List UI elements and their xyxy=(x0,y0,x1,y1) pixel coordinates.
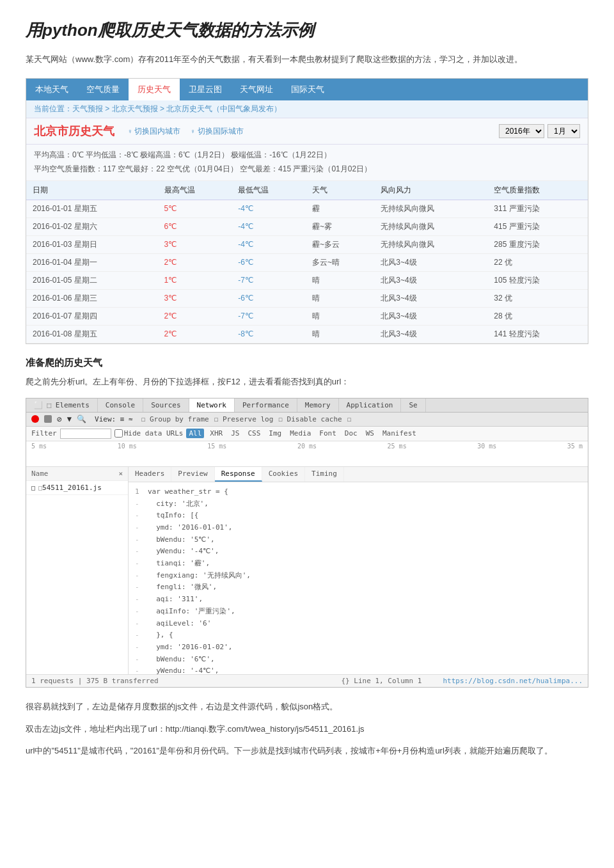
filter-icon[interactable]: ▼ xyxy=(67,414,72,423)
cell-weather: 晴 xyxy=(306,325,374,343)
dt-tab-application[interactable]: Application xyxy=(339,398,402,412)
cell-aqi: 105 轻度污染 xyxy=(487,271,588,289)
cell-aqi: 28 优 xyxy=(487,307,588,325)
nav-satellite[interactable]: 卫星云图 xyxy=(180,79,231,100)
cell-high: 2℃ xyxy=(158,325,232,343)
code-dash: - xyxy=(135,547,139,555)
dt-subtab-cookies[interactable]: Cookies xyxy=(262,467,305,482)
search-icon[interactable]: 🔍 xyxy=(77,414,86,423)
code-line: 1var weather_str = { xyxy=(135,486,581,498)
code-line: - ymd: '2016-01-01', xyxy=(135,522,581,534)
cell-weather: 晴 xyxy=(306,271,374,289)
filter-font[interactable]: Font xyxy=(317,429,339,438)
cell-date: 2016-01-04 星期一 xyxy=(26,253,158,271)
dt-tab-sources[interactable]: Sources xyxy=(143,398,189,412)
dt-subtab-response[interactable]: Response xyxy=(215,467,262,482)
code-dash: - xyxy=(135,643,139,651)
weather-nav: 本地天气 空气质量 历史天气 卫星云图 天气网址 国际天气 xyxy=(26,79,588,100)
code-content: yWendu: '-4℃', xyxy=(152,547,219,555)
page-title: 用python爬取历史天气数据的方法示例 xyxy=(26,19,588,42)
code-line: - aqi: '311', xyxy=(135,594,581,606)
view-toggle-icon[interactable]: View: ≡ ≈ xyxy=(91,414,136,424)
record-icon[interactable] xyxy=(31,415,39,423)
code-dash: - xyxy=(135,667,139,674)
filter-input[interactable] xyxy=(60,429,111,439)
code-line: - bWendu: '5℃', xyxy=(135,534,581,546)
weather-breadcrumb: 当前位置：天气预报 > 北京天气预报 > 北京历史天气（中国气象局发布） xyxy=(26,100,588,118)
dt-subtab-preview[interactable]: Preview xyxy=(171,467,214,482)
filter-ws[interactable]: WS xyxy=(363,429,377,438)
group-frame-label: ☐ Group by frame xyxy=(141,415,209,423)
devtools-file-list: Name × □ 54511_20161.js xyxy=(26,467,129,674)
weather-table-header-row: 日期 最高气温 最低气温 天气 风向风力 空气质量指数 xyxy=(26,181,588,200)
devtools-filter-bar: Filter Hide data URLs All XHR JS CSS Img… xyxy=(26,427,588,441)
nav-local-weather[interactable]: 本地天气 xyxy=(26,79,77,100)
cell-low: -6℃ xyxy=(232,289,306,307)
cell-aqi: 311 严重污染 xyxy=(487,200,588,217)
bottom-text-2: 双击左边js文件，地址栏内出现了url：http://tianqi.数字.com… xyxy=(26,722,588,738)
stop-icon[interactable] xyxy=(44,415,52,423)
cell-high: 2℃ xyxy=(158,307,232,325)
code-content: tqInfo: [{ xyxy=(152,511,199,519)
nav-weather-sites[interactable]: 天气网址 xyxy=(231,79,282,100)
cell-date: 2016-01-07 星期四 xyxy=(26,307,158,325)
cell-date: 2016-01-01 星期五 xyxy=(26,200,158,217)
devtools-code-view: Headers Preview Response Cookies Timing … xyxy=(129,467,588,674)
code-dash: - xyxy=(135,535,139,544)
dt-tab-console[interactable]: Console xyxy=(98,398,143,412)
code-dash: - xyxy=(135,500,139,508)
weather-table-row: 2016-01-07 星期四 2℃ -7℃ 晴 北风3~4级 28 优 xyxy=(26,307,588,325)
year-dropdown[interactable]: 2016年 xyxy=(499,124,544,138)
filter-all[interactable]: All xyxy=(186,429,204,438)
year-month-select[interactable]: 2016年 1月 xyxy=(499,124,580,138)
switch-domestic-btn[interactable]: 切换国内城市 xyxy=(127,126,180,137)
file-item-js[interactable]: □ 54511_20161.js xyxy=(26,481,128,495)
cell-aqi: 141 轻度污染 xyxy=(487,325,588,343)
weather-table-row: 2016-01-01 星期五 5℃ -4℃ 霾 无持续风向微风 311 严重污染 xyxy=(26,200,588,217)
nav-air-quality[interactable]: 空气质量 xyxy=(77,79,129,100)
code-content: aqiLevel: '6' xyxy=(152,619,212,627)
filter-doc[interactable]: Doc xyxy=(342,429,360,438)
filter-js[interactable]: JS xyxy=(228,429,242,438)
filter-img[interactable]: Img xyxy=(266,429,284,438)
col-high: 最高气温 xyxy=(158,181,232,200)
weather-table-row: 2016-01-03 星期日 3℃ -4℃ 霾~多云 无持续风向微风 285 重… xyxy=(26,235,588,253)
code-line: - ymd: '2016-01-02', xyxy=(135,642,581,654)
filter-media[interactable]: Media xyxy=(287,429,313,438)
cell-aqi: 415 严重污染 xyxy=(487,217,588,235)
dt-subtab-headers[interactable]: Headers xyxy=(129,467,171,482)
devtools-code: 1var weather_str = {- city: '北京',- tqInf… xyxy=(129,482,588,674)
switch-intl-btn[interactable]: 切换国际城市 xyxy=(190,126,243,137)
code-content: bWendu: '6℃', xyxy=(152,655,215,663)
code-dash: - xyxy=(135,571,139,580)
dt-tab-network[interactable]: Network xyxy=(189,398,235,412)
dt-subtab-timing[interactable]: Timing xyxy=(305,467,344,482)
filter-manifest[interactable]: Manifest xyxy=(380,429,419,438)
dt-tab-security[interactable]: Se xyxy=(401,398,425,412)
code-dash: - xyxy=(135,595,139,603)
dt-tab-memory[interactable]: Memory xyxy=(297,398,339,412)
dt-tab-performance[interactable]: Performance xyxy=(235,398,297,412)
month-dropdown[interactable]: 1月 xyxy=(547,124,580,138)
code-dash: - xyxy=(135,631,139,639)
timeline-ticks: 5 ms 10 ms 15 ms 20 ms 25 ms 30 ms 35 m xyxy=(26,441,588,451)
code-line: - yWendu: '-4℃', xyxy=(135,546,581,558)
code-dash: - xyxy=(135,511,139,519)
cell-low: -7℃ xyxy=(232,271,306,289)
clear-icon[interactable]: ⊘ xyxy=(57,414,62,424)
cell-weather: 霾~雾 xyxy=(306,217,374,235)
cell-high: 1℃ xyxy=(158,271,232,289)
code-line: - tqInfo: [{ xyxy=(135,510,581,522)
weather-stats: 平均高温：0℃ 平均低温：-8℃ 极端高温：6℃（1月2日） 极端低温：-16℃… xyxy=(26,145,588,180)
file-name-label: 54511_20161.js xyxy=(42,484,102,492)
cell-date: 2016-01-02 星期六 xyxy=(26,217,158,235)
nav-history-weather[interactable]: 历史天气 xyxy=(129,79,180,100)
hide-data-urls-checkbox[interactable] xyxy=(114,429,123,438)
file-list-header: Name × xyxy=(26,467,128,481)
devtools-content: Name × □ 54511_20161.js Headers Preview … xyxy=(26,467,588,674)
filter-xhr[interactable]: XHR xyxy=(207,429,225,438)
devtools-toolbar: ⊘ ▼ 🔍 View: ≡ ≈ ☐ Group by frame ☐ Prese… xyxy=(26,413,588,427)
dt-tab-elements[interactable]: ⬜ ⬚ Elements xyxy=(26,398,98,412)
nav-intl-weather[interactable]: 国际天气 xyxy=(282,79,333,100)
filter-css[interactable]: CSS xyxy=(245,429,263,438)
